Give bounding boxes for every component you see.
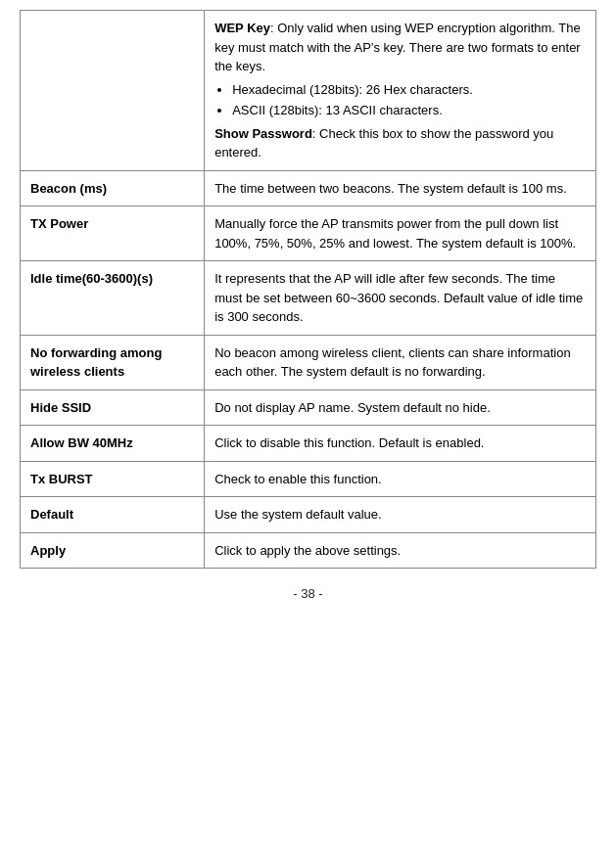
row-label-bw40: Allow BW 40MHz <box>21 426 205 462</box>
row-label-txpower: TX Power <box>21 206 205 261</box>
wepkey-text1: : Only valid when using WEP encryption a… <box>214 21 581 73</box>
row-desc-bw40: Click to disable this function. Default … <box>205 426 596 462</box>
row-label-default: Default <box>21 497 205 533</box>
row-desc-default: Use the system default value. <box>205 497 596 533</box>
row-label-apply: Apply <box>21 532 205 569</box>
table-row: No forwarding among wireless clients No … <box>21 335 596 389</box>
row-label-wepkey <box>21 11 205 171</box>
settings-table: WEP Key: Only valid when using WEP encry… <box>20 10 596 569</box>
row-desc-noforwarding: No beacon among wireless client, clients… <box>205 335 596 389</box>
row-desc-beacon: The time between two beacons. The system… <box>205 170 596 206</box>
row-desc-idletime: It represents that the AP will idle afte… <box>205 261 596 336</box>
wepkey-list: Hexadecimal (128bits): 26 Hex characters… <box>232 80 586 120</box>
row-label-txburst: Tx BURST <box>21 461 205 497</box>
table-row: Apply Click to apply the above settings. <box>21 532 596 569</box>
showpassword-bold: Show Password <box>214 126 312 141</box>
wepkey-item2: ASCII (128bits): 13 ASCII characters. <box>232 101 586 120</box>
table-row: Tx BURST Check to enable this function. <box>21 461 596 497</box>
row-desc-hidessid: Do not display AP name. System default n… <box>205 389 596 426</box>
row-label-beacon: Beacon (ms) <box>21 170 205 206</box>
row-label-noforwarding: No forwarding among wireless clients <box>21 335 205 389</box>
table-row: Beacon (ms) The time between two beacons… <box>21 170 596 206</box>
row-label-hidessid: Hide SSID <box>21 389 205 426</box>
row-desc-wepkey: WEP Key: Only valid when using WEP encry… <box>205 11 596 171</box>
table-row: TX Power Manually force the AP transmits… <box>21 206 596 261</box>
row-desc-txpower: Manually force the AP transmits power fr… <box>205 206 596 261</box>
row-desc-txburst: Check to enable this function. <box>205 461 596 497</box>
wepkey-item1: Hexadecimal (128bits): 26 Hex characters… <box>232 80 586 100</box>
row-label-idletime: Idle time(60-3600)(s) <box>21 261 205 336</box>
table-row: WEP Key: Only valid when using WEP encry… <box>21 11 596 171</box>
table-row: Hide SSID Do not display AP name. System… <box>21 389 596 426</box>
table-row: Allow BW 40MHz Click to disable this fun… <box>21 426 596 462</box>
wepkey-bold: WEP Key <box>214 21 270 35</box>
table-row: Default Use the system default value. <box>21 497 596 533</box>
row-desc-apply: Click to apply the above settings. <box>205 532 596 569</box>
page-footer: - 38 - <box>293 586 322 601</box>
showpassword-line: Show Password: Check this box to show th… <box>214 124 586 162</box>
table-row: Idle time(60-3600)(s) It represents that… <box>21 261 596 336</box>
